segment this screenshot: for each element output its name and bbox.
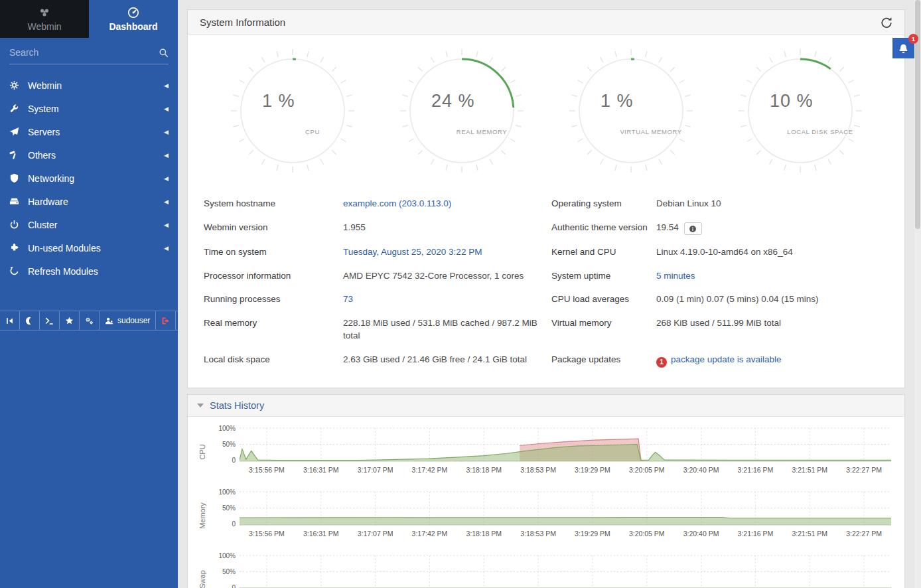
info-label: Time on system <box>204 240 343 264</box>
sidebar-item-others[interactable]: Others◀ <box>0 143 178 167</box>
x-axis-label: 3:20:05 PM <box>629 530 665 538</box>
chart-y-ticks: 100%50%0 <box>210 427 240 462</box>
hammer-icon <box>9 150 28 160</box>
sidebar-item-label: Webmin <box>28 80 62 91</box>
stats-history-panel: Stats History CPU100%50%03:15:56 PM3:16:… <box>187 394 905 588</box>
chart-plot-area <box>240 427 891 462</box>
theme-settings-button[interactable] <box>80 311 100 330</box>
chart-y-axis-title: Swap <box>194 555 210 588</box>
info-value: 268 KiB used / 511.99 MiB total <box>656 318 781 328</box>
x-axis-label: 3:18:53 PM <box>520 530 556 538</box>
x-axis-label: 3:20:05 PM <box>629 466 665 474</box>
sidebar-item-webmin[interactable]: Webmin◀ <box>0 74 178 97</box>
sidebar-item-networking[interactable]: Networking◀ <box>0 167 178 190</box>
x-axis-label: 3:17:42 PM <box>412 466 448 474</box>
collapse-arrow-icon: ◀ <box>164 106 169 112</box>
info-label: Authentic theme version <box>551 216 656 241</box>
logout-button[interactable] <box>156 311 176 330</box>
x-axis-label: 3:20:40 PM <box>683 466 719 474</box>
main-content: System Information 1 %CPU24 %REAL MEMORY… <box>178 0 921 588</box>
info-value: 1.955 <box>343 222 366 232</box>
sidebar-menu: Webmin◀System◀Servers◀Others◀Networking◀… <box>0 74 178 283</box>
username-label: sudouser <box>117 316 150 325</box>
collapse-arrow-icon: ◀ <box>164 198 169 205</box>
info-value: AMD EPYC 7542 32-Core Processor, 1 cores <box>343 271 524 281</box>
puzzle-icon <box>9 243 28 253</box>
collapse-arrow-icon: ◀ <box>164 222 169 228</box>
info-value-link[interactable]: example.com (203.0.113.0) <box>343 198 451 208</box>
sidebar-item-system[interactable]: System◀ <box>0 97 178 120</box>
chart-y-axis-title: Memory <box>194 491 210 540</box>
info-label: Operating system <box>551 192 656 216</box>
info-label: CPU load averages <box>551 287 656 311</box>
chart-swap: Swap100%50%03:15:56 PM3:16:31 PM3:17:07 … <box>194 555 891 588</box>
gauge-cpu: 1 %CPU <box>229 47 356 177</box>
info-icon <box>689 225 697 233</box>
sidebar-tabs: Webmin Dashboard <box>0 0 178 38</box>
gauge-value: 1 % <box>262 91 295 111</box>
x-axis-label: 3:20:40 PM <box>683 530 719 538</box>
favorites-button[interactable] <box>60 311 80 330</box>
info-label: Kernel and CPU <box>551 240 656 264</box>
info-value-link[interactable]: 73 <box>343 294 353 304</box>
night-mode-button[interactable] <box>20 311 40 330</box>
info-value-link[interactable]: 5 minutes <box>656 271 695 281</box>
chart-y-ticks: 100%50%0 <box>210 491 240 526</box>
sidebar-item-un-used-modules[interactable]: Un-used Modules◀ <box>0 236 178 259</box>
chart-y-axis-title: CPU <box>194 427 210 477</box>
tab-webmin[interactable]: Webmin <box>0 0 89 38</box>
panel-title: System Information <box>200 17 285 28</box>
x-axis-label: 3:16:31 PM <box>303 530 339 538</box>
stats-charts: CPU100%50%03:15:56 PM3:16:31 PM3:17:07 P… <box>188 417 904 588</box>
sidebar-item-refresh-modules[interactable]: Refresh Modules <box>0 259 178 283</box>
tab-dashboard[interactable]: Dashboard <box>89 0 178 38</box>
collapse-arrow-icon: ◀ <box>164 245 169 252</box>
collapse-sidebar-button[interactable] <box>0 311 20 330</box>
sidebar-item-servers[interactable]: Servers◀ <box>0 120 178 143</box>
refresh-icon[interactable] <box>881 17 892 29</box>
terminal-button[interactable] <box>40 311 60 330</box>
sidebar-item-label: Others <box>28 150 56 161</box>
info-value-link[interactable]: Tuesday, August 25, 2020 3:22 PM <box>343 247 482 257</box>
system-information-panel: System Information 1 %CPU24 %REAL MEMORY… <box>187 9 905 388</box>
gauge-value: 1 % <box>601 91 634 111</box>
user-button[interactable]: sudouser <box>100 311 156 330</box>
x-axis-label: 3:18:18 PM <box>466 466 502 474</box>
star-icon <box>65 317 74 325</box>
info-value-link[interactable]: package update is available <box>671 354 782 364</box>
stats-history-header[interactable]: Stats History <box>188 395 904 417</box>
info-label: System uptime <box>551 264 656 288</box>
refresh-icon <box>9 266 28 276</box>
chart-y-ticks: 100%50%0 <box>210 555 240 588</box>
notifications-bell-button[interactable]: 1 <box>892 38 914 58</box>
gears-icon <box>85 317 94 325</box>
sidebar-item-cluster[interactable]: Cluster◀ <box>0 213 178 236</box>
chevron-down-icon <box>197 404 204 407</box>
x-axis-label: 3:18:18 PM <box>466 530 502 538</box>
info-value: 0.09 (1 min) 0.07 (5 mins) 0.04 (15 mins… <box>656 294 819 304</box>
theme-info-button[interactable] <box>684 222 702 235</box>
gauge-local-disk-space: 10 %LOCAL DISK SPACE <box>737 47 864 177</box>
sidebar-item-label: Refresh Modules <box>28 266 98 277</box>
x-axis-label: 3:15:56 PM <box>249 530 285 538</box>
scrollbar[interactable] <box>914 0 921 588</box>
search-input[interactable] <box>9 47 159 58</box>
gauges-row: 1 %CPU24 %REAL MEMORY1 %VIRTUAL MEMORY10… <box>188 35 904 180</box>
search-icon[interactable] <box>159 48 169 58</box>
sidebar-item-label: Networking <box>28 173 74 184</box>
chart-plot-area <box>240 491 891 526</box>
sidebar-item-label: System <box>28 104 59 114</box>
info-label: Virtual memory <box>551 311 656 348</box>
x-axis-label: 3:19:29 PM <box>575 530 610 538</box>
info-label: Package updates <box>551 348 656 373</box>
sidebar-item-hardware[interactable]: Hardware◀ <box>0 190 178 213</box>
gauge-virtual-memory: 1 %VIRTUAL MEMORY <box>567 47 695 177</box>
info-label: System hostname <box>204 192 343 216</box>
gauge-label: REAL MEMORY <box>456 128 506 135</box>
collapse-arrow-icon: ◀ <box>164 129 169 135</box>
x-axis-label: 3:17:07 PM <box>358 530 393 538</box>
power-icon <box>9 220 28 230</box>
system-info-table: System hostnameexample.com (203.0.113.0)… <box>188 180 904 388</box>
info-label: Processor information <box>204 264 343 288</box>
update-count-badge: 1 <box>656 357 667 368</box>
